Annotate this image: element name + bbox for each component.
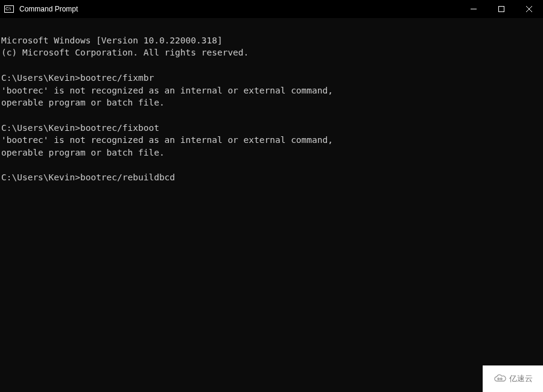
window-titlebar: C:\ Command Prompt (0, 0, 543, 18)
maximize-icon (498, 6, 504, 12)
terminal-line: C:\Users\Kevin>bootrec/fixboot (1, 123, 159, 133)
app-icon-wrap: C:\ (0, 5, 18, 13)
terminal-line: C:\Users\Kevin>bootrec/fixmbr (1, 73, 154, 83)
svg-point-4 (497, 378, 499, 380)
terminal-line: (c) Microsoft Corporation. All rights re… (1, 48, 249, 57)
close-button[interactable] (515, 0, 543, 18)
terminal-line: 'bootrec' is not recognized as an intern… (1, 135, 333, 145)
terminal-output[interactable]: Microsoft Windows [Version 10.0.22000.31… (0, 18, 543, 185)
maximize-button[interactable] (487, 0, 515, 18)
terminal-line: operable program or batch file. (1, 148, 165, 157)
close-icon (526, 6, 532, 12)
terminal-line: 'bootrec' is not recognized as an intern… (1, 86, 333, 95)
minimize-icon (471, 6, 477, 12)
cloud-icon (494, 374, 507, 384)
terminal-line: Microsoft Windows [Version 10.0.22000.31… (1, 36, 223, 45)
watermark-label: 亿速云 (509, 373, 533, 384)
terminal-line: operable program or batch file. (1, 98, 165, 107)
terminal-line: C:\Users\Kevin>bootrec/rebuildbcd (1, 172, 175, 182)
minimize-button[interactable] (460, 0, 487, 18)
watermark-badge: 亿速云 (483, 365, 543, 392)
window-controls (460, 0, 543, 18)
svg-point-5 (500, 378, 502, 380)
svg-rect-1 (499, 7, 504, 12)
window-title: Command Prompt (18, 5, 460, 13)
command-prompt-icon: C:\ (4, 5, 14, 13)
